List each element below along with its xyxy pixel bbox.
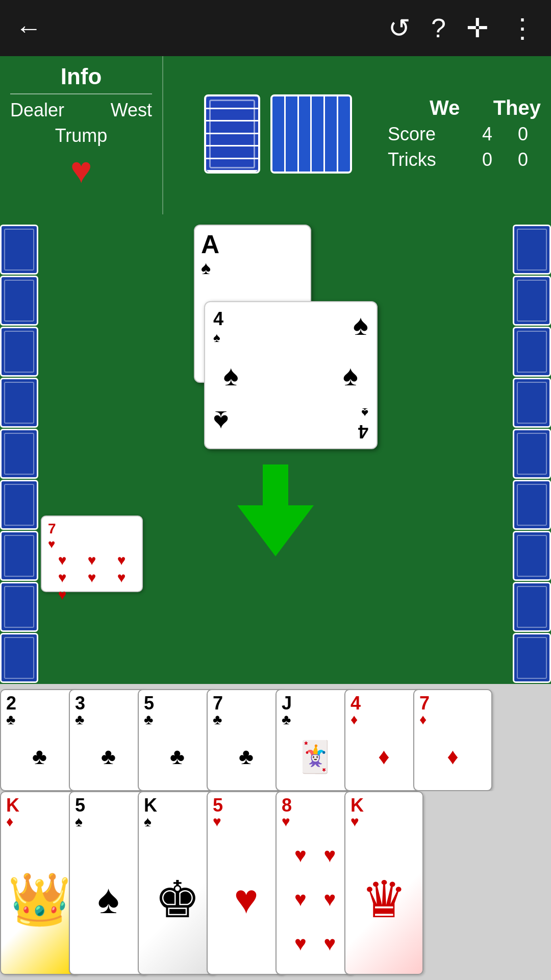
heart-pip: ♥ xyxy=(48,552,77,569)
spade-pip-ml: ♠ xyxy=(223,359,239,392)
right-card-stack xyxy=(513,225,551,734)
trump-row: Trump xyxy=(55,125,108,146)
played-card-seven-hearts: 7 ♥ ♥ ♥ ♥ ♥ ♥ ♥ ♥ xyxy=(41,516,143,592)
score-row: Score 4 0 xyxy=(388,124,541,145)
side-card xyxy=(513,276,551,326)
score-label: Score xyxy=(388,124,469,145)
info-panel: Info Dealer West Trump ♥ xyxy=(0,56,551,214)
side-card xyxy=(0,633,38,683)
side-card xyxy=(0,276,38,326)
hand-card-kd[interactable]: K ♦ 👑 xyxy=(0,791,79,975)
heart-pip: ♥ xyxy=(48,570,77,586)
hand-card-7d[interactable]: 7 ♦ ♦ xyxy=(413,689,492,791)
seven-suit-top: ♥ xyxy=(48,537,56,551)
side-card xyxy=(0,531,38,581)
side-card xyxy=(513,633,551,683)
dealer-label: Dealer xyxy=(10,100,64,121)
hand-row-bottom: K ♦ 👑 5 ♠ ♠ K ♠ ♚ 5 ♥ ♥ xyxy=(0,791,551,980)
side-card xyxy=(513,582,551,632)
hand-card-4d[interactable]: 4 ♦ ♦ xyxy=(344,689,423,791)
trump-label: Trump xyxy=(55,125,108,146)
heart-pip: ♥ xyxy=(78,552,106,569)
hand-card-5s[interactable]: 5 ♠ ♠ xyxy=(69,791,148,975)
hand-card-kh[interactable]: K ♥ ♛ xyxy=(344,791,423,975)
tricks-they: 0 xyxy=(505,149,541,170)
side-card xyxy=(513,480,551,530)
help-button[interactable]: ? xyxy=(431,13,446,43)
side-card xyxy=(0,480,38,530)
back-button[interactable]: ← xyxy=(15,13,42,43)
side-card xyxy=(513,327,551,377)
turn-indicator xyxy=(237,464,314,556)
info-left: Info Dealer West Trump ♥ xyxy=(0,56,163,214)
game-area: Info Dealer West Trump ♥ xyxy=(0,56,551,980)
seven-rank-top: 7 xyxy=(48,521,56,537)
side-card xyxy=(0,429,38,479)
tricks-label: Tricks xyxy=(388,149,469,170)
trump-symbol: ♥ xyxy=(70,152,92,188)
dealer-value: West xyxy=(111,100,152,121)
tricks-we: 0 xyxy=(469,149,505,170)
hand-card-5c[interactable]: 5 ♣ ♣ xyxy=(138,689,217,791)
tricks-row: Tricks 0 0 xyxy=(388,149,541,170)
hand-card-7c[interactable]: 7 ♣ ♣ xyxy=(207,689,286,791)
score-header: We They xyxy=(388,96,541,119)
side-card xyxy=(513,378,551,428)
left-card-stack xyxy=(0,225,38,734)
card-four-footer: 4 ♠ ♠ xyxy=(213,405,368,442)
spade-pip-mr: ♠ xyxy=(343,359,358,392)
ace-suit: ♠ xyxy=(201,257,304,279)
heart-pip: ♥ xyxy=(107,570,136,586)
undo-button[interactable]: ↺ xyxy=(388,13,411,43)
deck-wide xyxy=(270,94,352,174)
hand-card-ks[interactable]: K ♠ ♚ xyxy=(138,791,217,975)
menu-button[interactable]: ⋮ xyxy=(509,13,536,43)
side-card xyxy=(0,582,38,632)
they-header: They xyxy=(493,96,541,119)
side-card xyxy=(513,225,551,275)
info-section-label: Info xyxy=(10,64,152,94)
hand-card-5h[interactable]: 5 ♥ ♥ xyxy=(207,791,286,975)
center-play-area: A ♠ 4 ♠ ♠ ♠ ♠ 4 xyxy=(173,225,378,449)
add-button[interactable]: ✛ xyxy=(466,13,489,43)
side-card xyxy=(0,327,38,377)
heart-pip: ♥ xyxy=(78,570,106,586)
played-card-four: 4 ♠ ♠ ♠ ♠ 4 ♠ ♠ xyxy=(204,301,378,449)
side-card xyxy=(513,531,551,581)
card-four-header: 4 ♠ ♠ xyxy=(213,308,368,346)
score-they: 0 xyxy=(505,124,541,145)
player-hand: 2 ♣ ♣ 3 ♣ ♣ 5 ♣ ♣ 7 ♣ ♣ xyxy=(0,684,551,980)
top-bar: ← ↺ ? ✛ ⋮ xyxy=(0,0,551,56)
side-card xyxy=(0,225,38,275)
dealer-row: Dealer West xyxy=(10,100,152,121)
card-deck xyxy=(204,94,337,176)
spade-pip-bl: ♠ xyxy=(213,405,229,438)
deck-card-1 xyxy=(204,94,260,174)
card-four-mid: ♠ ♠ xyxy=(213,359,368,392)
spade-pip-tr: ♠ xyxy=(353,308,368,341)
hand-row-top: 2 ♣ ♣ 3 ♣ ♣ 5 ♣ ♣ 7 ♣ ♣ xyxy=(0,684,551,791)
heart-pip: ♥ xyxy=(48,587,77,603)
side-card xyxy=(513,429,551,479)
hand-card-8h[interactable]: 8 ♥ ♥ ♥ ♥ ♥ ♥ ♥ xyxy=(276,791,355,975)
score-we: 4 xyxy=(469,124,505,145)
hand-card-jc[interactable]: J ♣ 🃏 xyxy=(276,689,355,791)
we-header: We xyxy=(427,96,463,119)
heart-pip: ♥ xyxy=(107,552,136,569)
hand-card-2c[interactable]: 2 ♣ ♣ xyxy=(0,689,79,791)
ace-rank: A xyxy=(201,232,304,257)
hand-card-3c[interactable]: 3 ♣ ♣ xyxy=(69,689,148,791)
score-panel: We They Score 4 0 Tricks 0 0 xyxy=(378,56,551,214)
deck-area xyxy=(163,56,378,214)
side-card xyxy=(0,378,38,428)
